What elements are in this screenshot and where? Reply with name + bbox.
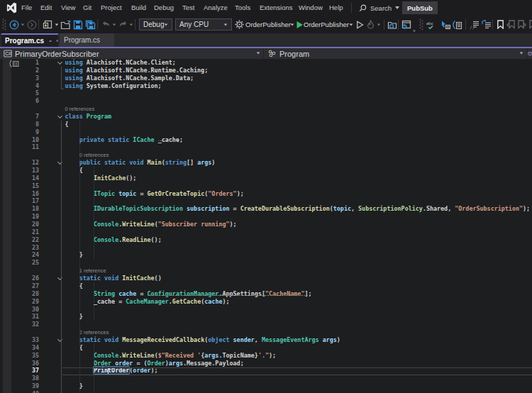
open-file-button[interactable]	[60, 16, 71, 33]
line-number: 24	[0, 251, 39, 258]
start-debugging-button[interactable]	[296, 16, 304, 33]
line-number: 20	[0, 221, 39, 228]
code-line[interactable]: 1using Alachisoft.NCache.Client;	[0, 59, 532, 67]
code-line[interactable]: 3using Alachisoft.NCache.Sample.Data;	[0, 74, 532, 82]
toolbar-separator	[398, 19, 399, 30]
toolbar-grip[interactable]	[419, 16, 423, 33]
solution-platform-dropdown[interactable]: Any CPU	[175, 18, 232, 31]
line-number: 10	[0, 136, 39, 143]
project-dropdown[interactable]: C# PrimaryOrderSubscriber	[0, 48, 263, 59]
new-project-button[interactable]	[43, 16, 53, 33]
menu-file[interactable]: File	[21, 4, 32, 11]
member-list-button[interactable]	[440, 16, 451, 33]
line-number: 25	[0, 259, 39, 266]
navigate-back-button[interactable]	[9, 16, 19, 33]
search-label: Search	[370, 4, 392, 12]
code-editor[interactable]: 1using Alachisoft.NCache.Client;2using A…	[0, 59, 532, 393]
tab-program-cs-inactive[interactable]: Program.cs	[60, 33, 114, 47]
code-line[interactable]: 2using Alachisoft.NCache.Runtime.Caching…	[0, 67, 532, 74]
menu-test[interactable]: Test	[182, 4, 194, 11]
navigate-back-chevron-icon[interactable]	[21, 16, 25, 33]
sync-with-active-document-button[interactable]	[401, 16, 411, 33]
clear-bookmarks-button[interactable]	[528, 16, 532, 33]
toolbar-separator	[38, 19, 39, 30]
type-dropdown-value: Program	[279, 50, 309, 58]
fold-chevron-icon[interactable]	[57, 114, 62, 119]
codelens-references[interactable]: 2 references	[79, 329, 109, 336]
codelens-references[interactable]: 0 references	[65, 106, 95, 112]
run-target-label[interactable]: OrderPublisher	[304, 16, 349, 33]
start-without-debugging-button[interactable]	[356, 16, 364, 33]
class-icon	[267, 50, 277, 57]
search-control[interactable]: Search	[359, 2, 399, 13]
menu-build[interactable]: Build	[131, 4, 146, 11]
configuration-chevron-icon	[165, 23, 168, 26]
redo-chevron-icon[interactable]	[129, 16, 133, 33]
codelens-references[interactable]: 0 references	[79, 152, 109, 158]
codelens-references[interactable]: 1 reference	[79, 267, 106, 274]
line-number: 22	[0, 236, 39, 243]
search-icon	[359, 4, 367, 12]
line-number: 14	[0, 175, 39, 182]
code-line[interactable]: 5	[0, 89, 532, 97]
fold-chevron-icon[interactable]	[57, 60, 62, 65]
code-line[interactable]: 7class Program	[0, 113, 532, 121]
menu-tools[interactable]: Tools	[235, 4, 250, 11]
code-text: static void MessageReceivedCallback(obje…	[79, 336, 340, 343]
code-line[interactable]: 4using System.Configuration;	[0, 82, 532, 90]
menu-extensions[interactable]: Extensions	[260, 4, 292, 11]
tab-label: Program.cs	[64, 36, 100, 44]
menu-bar: File Edit View Git Project Build Debug T…	[0, 0, 532, 16]
menu-help[interactable]: Help	[329, 4, 343, 11]
toggle-bookmark-button[interactable]	[497, 16, 504, 33]
member-dropdown[interactable]	[528, 48, 532, 59]
code-text: class Program	[65, 113, 112, 120]
pin-icon[interactable]	[49, 38, 52, 45]
project-dropdown-value: PrimaryOrderSubscriber	[15, 50, 99, 58]
menu-view[interactable]: View	[61, 4, 75, 11]
menu-git[interactable]: Git	[83, 4, 92, 11]
parameter-info-button[interactable]	[452, 16, 462, 33]
hot-reload-button[interactable]	[366, 16, 375, 33]
word-completion-button[interactable]: abc	[426, 16, 436, 33]
codelens-row[interactable]: 0 references	[0, 105, 532, 113]
find-in-files-button[interactable]	[387, 16, 397, 33]
next-bookmark-button[interactable]	[517, 16, 526, 33]
line-number: 4	[0, 82, 39, 89]
uncomment-lines-button[interactable]	[482, 16, 492, 33]
code-line[interactable]: 6	[0, 97, 532, 105]
run-target-chevron-icon[interactable]	[349, 16, 353, 33]
startup-project-chevron-icon[interactable]	[290, 16, 294, 33]
platform-chevron-icon	[224, 23, 228, 26]
code-text: InitCache();	[94, 175, 137, 182]
solution-configuration-dropdown[interactable]: Debug	[139, 18, 172, 31]
toolbar-grip[interactable]	[2, 16, 6, 33]
outline-line-tick	[61, 89, 64, 89]
undo-button[interactable]	[101, 16, 111, 33]
line-number: 26	[0, 275, 39, 282]
code-text: IDurableTopicSubscription subscription =…	[94, 205, 530, 212]
startup-project-dropdown[interactable]: OrderPublisher	[245, 16, 291, 33]
menu-analyze[interactable]: Analyze	[204, 4, 228, 11]
startup-project-gear-icon[interactable]	[235, 16, 244, 33]
tab-program-cs-active[interactable]: Program.cs	[1, 33, 58, 47]
navigate-forward-button[interactable]	[27, 16, 37, 33]
hot-reload-chevron-icon[interactable]	[377, 16, 381, 33]
menu-debug[interactable]: Debug	[154, 4, 174, 11]
save-all-button[interactable]	[85, 16, 96, 33]
previous-bookmark-button[interactable]	[506, 16, 516, 33]
line-number: 29	[0, 298, 39, 305]
menu-window[interactable]: Window	[299, 4, 323, 11]
type-dropdown[interactable]: Program	[264, 48, 527, 59]
menu-edit[interactable]: Edit	[40, 4, 52, 11]
code-text: Order order = (Order)args.Message.Payloa…	[94, 360, 244, 367]
comment-lines-button[interactable]: //	[470, 16, 480, 33]
new-project-chevron-icon[interactable]	[55, 16, 59, 33]
save-button[interactable]	[73, 16, 83, 33]
close-icon[interactable]	[56, 38, 58, 44]
solution-name-badge[interactable]: PubSub	[402, 1, 438, 14]
project-dropdown-chevron-icon	[257, 52, 260, 55]
redo-button[interactable]	[118, 16, 128, 33]
undo-chevron-icon[interactable]	[112, 16, 116, 33]
menu-project[interactable]: Project	[101, 4, 122, 11]
